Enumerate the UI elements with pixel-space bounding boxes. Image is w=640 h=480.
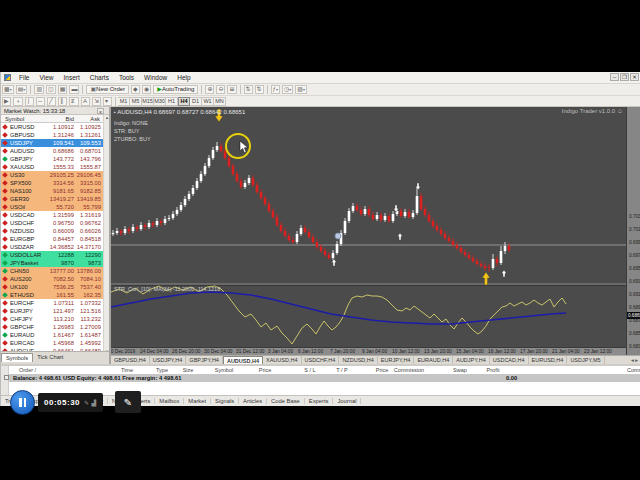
chart-tab-audusd-h4[interactable]: AUDUSD,H4 — [223, 356, 263, 364]
navigator-toggle[interactable]: ▦ — [58, 85, 68, 94]
market-watch-row-USDZAR[interactable]: USDZAR14.3685214.37170 — [1, 243, 105, 251]
terminal-column-price[interactable]: Price — [376, 367, 389, 373]
menu-tools[interactable]: Tools — [114, 74, 139, 81]
market-watch-row-AUS200[interactable]: AUS2007082.507084.10 — [1, 275, 105, 283]
market-watch-row-ETHUSD[interactable]: ETHUSD161.55162.35 — [1, 291, 105, 299]
templates-button[interactable]: ▨▾ — [295, 85, 307, 94]
terminal-column-time[interactable]: Time — [121, 367, 133, 373]
chevron-down-icon[interactable]: ▾ — [303, 86, 305, 93]
market-watch-row-EURAUD[interactable]: EURAUD1.614671.61487 — [1, 331, 105, 339]
restore-icon[interactable]: ❐ — [620, 73, 629, 81]
market-watch-row-GBPUSD[interactable]: GBPUSD1.312461.31261 — [1, 131, 105, 139]
terminal-tab-experts[interactable]: Experts — [305, 398, 334, 404]
terminal-column-profit[interactable]: Profit — [487, 367, 500, 373]
chart-tab-usdcad-h4[interactable]: USDCAD,H4 — [490, 356, 529, 364]
market-watch-row-GER30[interactable]: GER3013419.2713419.85 — [1, 195, 105, 203]
chart-tab-usdjpy-h4[interactable]: USDJPY,H4 — [150, 356, 187, 364]
terminal-column-sl[interactable]: S / L — [304, 367, 315, 373]
new-order-button[interactable]: ▣ New Order — [86, 85, 129, 94]
chart-tab-eurjpy-h4[interactable]: EURJPY,H4 — [378, 356, 415, 364]
chart-tab-euraud-h4[interactable]: EURAUD,H4 — [414, 356, 453, 364]
menu-charts[interactable]: Charts — [85, 74, 114, 81]
arrange-up-button[interactable]: ⇅ — [244, 85, 253, 94]
terminal-column-symbol[interactable]: Symbol — [215, 367, 233, 373]
cursor-tool[interactable]: ▶ — [2, 97, 11, 106]
chart-tab-usdjpy-m5[interactable]: USDJPY,M5 — [567, 356, 604, 364]
data-window-toggle[interactable]: ◫ — [46, 85, 56, 94]
column-header-ask[interactable]: Ask — [90, 115, 100, 123]
menu-insert[interactable]: Insert — [58, 74, 84, 81]
chart-tab-usdchf-h4[interactable]: USDCHF,H4 — [302, 356, 340, 364]
close-icon[interactable]: ✕ — [630, 73, 639, 81]
market-watch-row-USOil[interactable]: USOil55.72055.799 — [1, 203, 105, 211]
market-watch-tab-tick-chart[interactable]: Tick Chart — [33, 353, 67, 361]
tile-windows-button[interactable]: ⊞ — [227, 85, 236, 94]
menu-help[interactable]: Help — [172, 74, 195, 81]
timeframe-m5[interactable]: M5 — [130, 97, 142, 106]
terminal-column-swap[interactable]: Swap — [453, 367, 467, 373]
terminal-tab-code-base[interactable]: Code Base — [267, 398, 305, 404]
timeframe-h4[interactable]: H4 — [178, 97, 190, 106]
new-chart-button[interactable]: ▩▾ — [2, 85, 14, 94]
chart-tab-nzdusd-h4[interactable]: NZDUSD,H4 — [339, 356, 377, 364]
zoom-out-button[interactable]: ⊖ — [216, 85, 225, 94]
market-watch-row-XAUUSD[interactable]: XAUUSD1555.331555.87 — [1, 163, 105, 171]
timeframe-m1[interactable]: M1 — [118, 97, 130, 106]
terminal-toggle[interactable]: ▬ — [69, 85, 79, 94]
timeframe-mn[interactable]: MN — [214, 97, 226, 106]
close-icon[interactable]: × — [97, 108, 104, 114]
market-watch-row-EURCAD[interactable]: EURCAD1.459681.45992 — [1, 339, 105, 347]
terminal-column-tp[interactable]: T / P — [336, 367, 348, 373]
terminal-column-order[interactable]: Order / — [19, 367, 36, 373]
market-watch-row-USDCHF[interactable]: USDCHF0.967500.96762 — [1, 219, 105, 227]
market-watch-row-SPX500[interactable]: SPX5003314.563315.00 — [1, 179, 105, 187]
chevron-down-icon[interactable]: ▾ — [289, 86, 291, 93]
market-watch-row-EURCHF[interactable]: EURCHF1.073111.07332 — [1, 299, 105, 307]
expand-icon[interactable] — [4, 375, 9, 380]
column-header-symbol[interactable]: Symbol — [5, 115, 24, 123]
market-watch-row-USDCAD[interactable]: USDCAD1.315991.31619 — [1, 211, 105, 219]
scroll-up-icon[interactable]: ▲ — [104, 115, 110, 120]
market-watch-row-US30[interactable]: US3029105.2529106.45 — [1, 171, 105, 179]
terminal-column-type[interactable]: Type — [156, 367, 168, 373]
menu-file[interactable]: File — [14, 74, 34, 81]
chart-tab-xauusd-h4[interactable]: XAUUSD,H4 — [263, 356, 301, 364]
timeframe-w1[interactable]: W1 — [202, 97, 214, 106]
menu-view[interactable]: View — [34, 74, 58, 81]
timeframe-m30[interactable]: M30 — [154, 97, 166, 106]
terminal-tab-articles[interactable]: Articles — [239, 398, 267, 404]
market-watch-row-GBPJPY[interactable]: GBPJPY143.772143.796 — [1, 155, 105, 163]
timeframe-h1[interactable]: H1 — [166, 97, 178, 106]
market-watch-toggle[interactable]: ▥ — [34, 85, 44, 94]
terminal-column-commission[interactable]: Commission — [394, 367, 424, 373]
chart-tab-gbpjpy-h4[interactable]: GBPJPY,H4 — [186, 356, 223, 364]
arrows-tool[interactable]: ⇲ — [92, 97, 101, 106]
menu-window[interactable]: Window — [139, 74, 172, 81]
trendline-tool[interactable]: ╱ — [47, 97, 56, 106]
fibonacci-tool[interactable]: ≢ — [69, 97, 79, 106]
price-chart-canvas[interactable] — [111, 107, 640, 364]
market-watch-scrollbar[interactable]: ▲ ▼ — [103, 115, 109, 354]
market-watch-row-NZDUSD[interactable]: NZDUSD0.660090.66026 — [1, 227, 105, 235]
market-watch-row-EURGBP[interactable]: EURGBP0.844570.84518 — [1, 235, 105, 243]
autotrading-button[interactable]: ▶ AutoTrading — [153, 85, 198, 94]
terminal-tab-signals[interactable]: Signals — [211, 398, 239, 404]
balance-row[interactable]: Balance: 4 498.61 USD Equity: 4 498.61 F… — [9, 374, 640, 382]
market-watch-row-UK100[interactable]: UK1007536.257537.40 — [1, 283, 105, 291]
market-watch-row-CHN50[interactable]: CHN5013777.0013786.00 — [1, 267, 105, 275]
market-watch-row-JPYBasket[interactable]: JPYBasket98709873 — [1, 259, 105, 267]
periods-button[interactable]: ◷▾ — [282, 85, 293, 94]
vline-tool[interactable]: ∣ — [25, 97, 34, 106]
indicators-button[interactable]: ƒ▾ — [271, 85, 280, 94]
market-watch-row-USDJPY[interactable]: USDJPY109.541109.553 — [1, 139, 105, 147]
text-tool[interactable]: A — [81, 97, 90, 106]
zoom-in-button[interactable]: ⊕ — [205, 85, 214, 94]
market-watch-row-EURUSD[interactable]: EURUSD1.109121.10925 — [1, 123, 105, 131]
market-watch-row-CHFJPY[interactable]: CHFJPY113.210113.232 — [1, 315, 105, 323]
chart-tab-eurusd-h4[interactable]: EURUSD,H4 — [529, 356, 568, 364]
timeframe-d1[interactable]: D1 — [190, 97, 202, 106]
chart-tab-audjpy-h4[interactable]: AUDJPY,H4 — [453, 356, 490, 364]
hline-tool[interactable]: ─ — [36, 97, 45, 106]
pencil-tool-button[interactable]: ✎ — [115, 391, 141, 413]
terminal-column-price[interactable]: Price — [259, 367, 272, 373]
